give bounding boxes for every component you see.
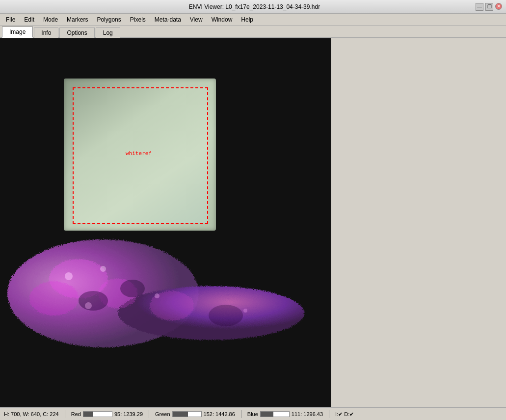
- red-channel: Red 95: 1239.29: [71, 411, 143, 417]
- svg-point-6: [79, 291, 108, 311]
- blue-channel: Blue 111: 1296.43: [247, 411, 323, 417]
- green-progress-bar: [172, 411, 202, 417]
- red-label: Red: [71, 411, 81, 417]
- menu-item-pixels[interactable]: Pixels: [126, 15, 150, 24]
- green-label: Green: [155, 411, 170, 417]
- blue-value: 111: 1296.43: [292, 411, 323, 417]
- tab-options[interactable]: Options: [59, 27, 94, 38]
- menu-item-markers[interactable]: Markers: [63, 15, 92, 24]
- menu-item-polygons[interactable]: Polygons: [93, 15, 125, 24]
- image-panel: whiteref: [0, 38, 331, 407]
- divider-3: [241, 410, 241, 418]
- window-title: ENVI Viewer: L0_fx17e_2023-11-13_04-34-3…: [33, 3, 476, 10]
- svg-point-4: [29, 281, 79, 315]
- main-area: whiteref: [0, 38, 506, 407]
- tab-log[interactable]: Log: [96, 27, 120, 38]
- svg-point-8: [209, 305, 243, 326]
- menu-item-edit[interactable]: Edit: [20, 15, 38, 24]
- svg-point-10: [100, 266, 106, 272]
- green-channel: Green 152: 1442.86: [155, 411, 235, 417]
- tab-info[interactable]: Info: [34, 27, 58, 38]
- tab-bar: ImageInfoOptionsLog: [0, 26, 506, 38]
- restore-button[interactable]: ❐: [485, 3, 493, 11]
- hw-info: H: 700, W: 640, C: 224: [4, 411, 59, 417]
- window-controls: — ❐ ✕: [476, 3, 502, 11]
- svg-point-9: [65, 272, 73, 280]
- white-ref-card-inner: [73, 87, 208, 223]
- divider-2: [149, 410, 149, 418]
- green-progress-fill: [173, 412, 188, 417]
- menu-item-view[interactable]: View: [186, 15, 207, 24]
- tab-image[interactable]: Image: [2, 26, 33, 38]
- rock-svg: [5, 230, 309, 367]
- divider-1: [65, 410, 65, 418]
- red-value: 95: 1239.29: [114, 411, 143, 417]
- svg-point-12: [155, 293, 160, 298]
- rock-specimen: [5, 230, 309, 367]
- menu-bar: FileEditModeMarkersPolygonsPixelsMeta-da…: [0, 14, 506, 26]
- menu-item-file[interactable]: File: [2, 15, 19, 24]
- red-progress-bar: [83, 411, 112, 417]
- svg-point-7: [120, 280, 145, 297]
- svg-point-11: [85, 302, 92, 309]
- menu-item-meta-data[interactable]: Meta-data: [151, 15, 185, 24]
- minimize-button[interactable]: —: [476, 3, 483, 11]
- status-bar: H: 700, W: 640, C: 224 Red 95: 1239.29 G…: [0, 407, 506, 420]
- side-panel: [331, 38, 506, 407]
- menu-item-window[interactable]: Window: [208, 15, 237, 24]
- status-suffix: I:✔ D:✔: [335, 411, 354, 418]
- blue-progress-bar: [260, 411, 290, 417]
- red-progress-fill: [83, 412, 93, 417]
- title-bar: ENVI Viewer: L0_fx17e_2023-11-13_04-34-3…: [0, 0, 506, 14]
- blue-progress-fill: [261, 412, 273, 417]
- green-value: 152: 1442.86: [204, 411, 235, 417]
- svg-point-13: [243, 309, 247, 313]
- close-button[interactable]: ✕: [495, 3, 502, 10]
- divider-4: [329, 410, 329, 418]
- menu-item-mode[interactable]: Mode: [39, 15, 62, 24]
- menu-item-help[interactable]: Help: [237, 15, 257, 24]
- scene: whiteref: [0, 38, 331, 407]
- hw-label: H: 700, W: 640, C: 224: [4, 411, 59, 417]
- blue-label: Blue: [247, 411, 258, 417]
- id-status: I:✔ D:✔: [335, 411, 354, 418]
